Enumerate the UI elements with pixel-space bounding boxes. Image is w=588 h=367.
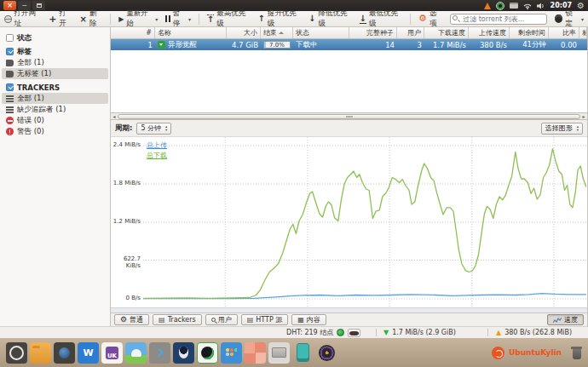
search-icon: [211, 318, 216, 322]
dock-icon-app-grid[interactable]: [221, 342, 242, 364]
search-input[interactable]: [450, 14, 547, 25]
camera-icon[interactable]: [496, 2, 504, 10]
sidebar-item-untagged[interactable]: 无标签 (1): [2, 68, 108, 79]
dock-right: UbuntuKylin: [492, 347, 582, 359]
sidebar-item-status[interactable]: 状态: [2, 32, 108, 43]
speed-toggle-button[interactable]: 速度: [547, 314, 584, 325]
arrow-down-icon: ↓: [308, 14, 315, 23]
col-peers[interactable]: 用户: [397, 27, 424, 38]
dock-icon-file-manager[interactable]: [30, 342, 51, 364]
col-size[interactable]: 大小: [227, 27, 261, 38]
connection-globe-icon: [337, 329, 344, 336]
dock-icon-software-store[interactable]: UK: [101, 342, 123, 364]
tab-content[interactable]: ▦内容: [291, 314, 326, 325]
content-icon: ▦: [297, 317, 304, 324]
sidebar-item-trackers-all[interactable]: 全部 (1): [2, 93, 108, 104]
dock-icon-tiles[interactable]: [245, 342, 266, 364]
upload-arrow-icon: ▲: [496, 330, 501, 336]
dock-icon-disk-box[interactable]: [268, 342, 290, 364]
raise-priority-button[interactable]: ↑提升优先级: [257, 9, 301, 29]
col-name[interactable]: 名称: [155, 27, 227, 38]
resume-button[interactable]: ▶重新开始▾: [118, 9, 158, 29]
sidebar-item-labels[interactable]: 标签: [2, 46, 108, 57]
volume-icon[interactable]: [537, 3, 545, 9]
select-graph-dropdown[interactable]: 选择图形 ▴▾: [541, 123, 583, 135]
dock-icon-next-arrow[interactable]: [149, 342, 170, 364]
bottom-priority-button[interactable]: ↓最低优先级: [360, 9, 403, 29]
open-button[interactable]: +打开: [49, 9, 72, 29]
upload-speed-label: 380 B/s (262.8 MiB): [504, 329, 572, 336]
toolbar: 打开网址 +打开 ×删除 ▶重新开始▾ 暂停▾ ↑最高优先级 ↑提升优先级 ↓降…: [0, 11, 588, 27]
scroll-left-icon[interactable]: ◂: [111, 113, 118, 119]
col-num[interactable]: #: [111, 27, 155, 38]
horizontal-scrollbar[interactable]: ◂ ▸: [111, 112, 587, 120]
chevron-down-icon: ▾: [155, 16, 158, 22]
lock-icon: [555, 14, 562, 23]
top-priority-button[interactable]: ↑最高优先级: [207, 9, 251, 29]
checkbox-checked[interactable]: [6, 48, 14, 55]
tab-general[interactable]: ⚙普通: [114, 314, 149, 325]
lower-priority-label: 降低优先级: [318, 9, 351, 29]
cell-eta: 41分钟: [510, 39, 549, 50]
vlc-icon[interactable]: [484, 3, 491, 9]
period-label: 周期:: [115, 123, 132, 134]
dock-icon-word[interactable]: W: [78, 342, 99, 364]
dock-icon-screen-recorder[interactable]: [197, 342, 218, 364]
statusbar: DHT: 219 结点 ▼ 1.7 MiB/s (2.9 GiB) ▲ 380 …: [0, 326, 588, 338]
legend-total-upload[interactable]: 总上传: [147, 140, 167, 150]
cross-icon: ×: [80, 15, 87, 23]
mail-icon[interactable]: [510, 3, 518, 9]
trash-icon[interactable]: [571, 347, 582, 359]
delete-button[interactable]: ×删除: [80, 9, 103, 29]
open-url-button[interactable]: 打开网址: [4, 9, 41, 29]
col-eta[interactable]: 剩余时间: [510, 27, 549, 38]
tracker-icon: [6, 95, 14, 102]
cell-size: 4.7 GiB: [227, 39, 261, 50]
pause-button[interactable]: 暂停▾: [165, 9, 191, 29]
content: # 名称 大小 结束 状态 完整种子 用户 下载速度 上传速度 剩余时间 比率 …: [111, 27, 588, 326]
bottom-priority-label: 最低优先级: [369, 9, 402, 29]
chevron-down-icon: ▾: [188, 16, 191, 22]
dock-icon-settings[interactable]: [54, 342, 75, 364]
dock-icon-youker-assistant[interactable]: [125, 342, 147, 364]
scrollbar-thumb[interactable]: [118, 114, 580, 119]
lock-button[interactable]: 锁定▾: [555, 9, 584, 29]
lower-priority-button[interactable]: ↓降低优先级: [308, 9, 352, 29]
play-icon: ▶: [118, 15, 124, 23]
open-url-icon: [4, 15, 12, 23]
col-status[interactable]: 状态: [293, 27, 349, 38]
y-tick-label: 1.8 MiB/s: [111, 180, 141, 186]
top-priority-label: 最高优先级: [216, 9, 250, 29]
col-up-speed[interactable]: 上传速度: [469, 27, 510, 38]
col-down-speed[interactable]: 下载速度: [424, 27, 469, 38]
tab-peers[interactable]: 用户: [205, 314, 238, 325]
legend-total-download[interactable]: 总下载: [147, 151, 167, 160]
table-row[interactable]: 1 异形觉醒 4.7 GiB 7.0% 下载中 14 3 1.7 MiB/s 3…: [111, 39, 587, 50]
options-button[interactable]: ⚙选项: [418, 9, 442, 29]
sidebar-item-error[interactable]: 错误 (0): [2, 115, 108, 126]
col-ratio[interactable]: 比率: [549, 27, 579, 38]
dock-icon-phone[interactable]: [292, 342, 314, 364]
sidebar-item-trackers[interactable]: TRACKERS: [2, 82, 108, 93]
downloading-icon: [158, 41, 165, 49]
dock-icon-cd-burner[interactable]: [316, 342, 337, 364]
checkbox-unchecked[interactable]: [6, 34, 14, 42]
col-done[interactable]: 结束: [261, 27, 293, 38]
checkbox-checked[interactable]: [6, 83, 14, 91]
col-seeds[interactable]: 完整种子: [349, 27, 397, 38]
dock-icon-kylin-launcher[interactable]: [6, 342, 27, 364]
sidebar-item-labels-all[interactable]: 全部 (1): [2, 57, 108, 68]
scroll-right-icon[interactable]: ▸: [580, 113, 587, 119]
maximize-icon: [37, 3, 42, 8]
wifi-icon[interactable]: [523, 3, 532, 9]
col-tags[interactable]: 标签: [579, 27, 587, 38]
utp-speed-icon[interactable]: [348, 329, 360, 337]
select-graph-label: 选择图形: [545, 123, 573, 133]
sidebar-item-trackerless[interactable]: 缺少追踪者 (1): [2, 104, 108, 115]
tab-http-sources[interactable]: ▤HTTP 源: [241, 314, 289, 325]
period-select[interactable]: 5 分钟 ▴▾: [136, 123, 171, 135]
dock-icon-qq[interactable]: [173, 342, 194, 364]
spinner-icon: ▴▾: [165, 125, 167, 131]
tab-trackers[interactable]: ▤Trackers: [153, 314, 202, 325]
sidebar-item-warning[interactable]: 警告 (0): [2, 126, 108, 137]
